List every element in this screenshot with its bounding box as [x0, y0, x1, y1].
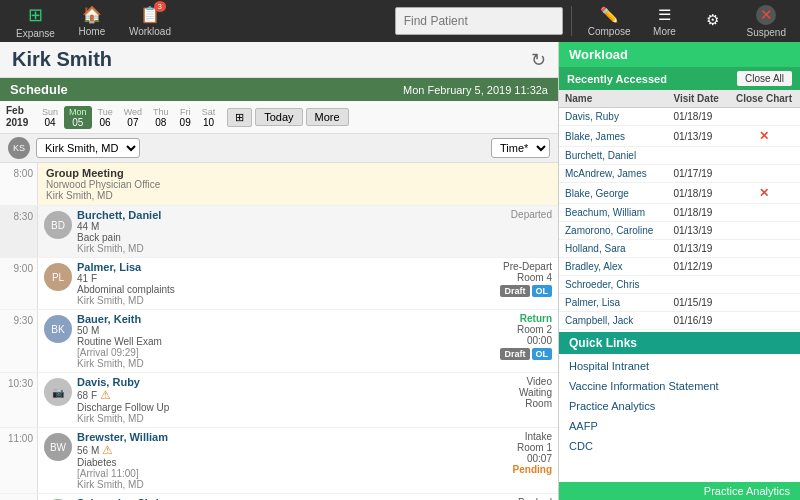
- close-chart-cell[interactable]: [728, 108, 800, 126]
- quicklink-item[interactable]: AAFP: [559, 416, 800, 436]
- cal-day-thu[interactable]: Thu08: [148, 106, 174, 129]
- appt-detail-burchett: 44 M: [77, 221, 477, 232]
- patient-name-link[interactable]: Holland, Sara: [559, 240, 667, 258]
- patient-name-link[interactable]: Blake, James: [559, 126, 667, 147]
- appt-complaint-burchett: Back pain: [77, 232, 477, 243]
- patient-name-link[interactable]: McAndrew, James: [559, 165, 667, 183]
- provider-select[interactable]: Kirk Smith, MD: [36, 138, 140, 158]
- quicklink-item[interactable]: Practice Analytics: [559, 396, 800, 416]
- schedule-title-bar: Schedule Mon February 5, 2019 11:32a: [0, 78, 558, 101]
- cal-month: Feb2019: [6, 105, 34, 129]
- cal-day-wed[interactable]: Wed07: [119, 106, 147, 129]
- close-all-button[interactable]: Close All: [737, 71, 792, 86]
- recently-accessed-row: Davis, Ruby 01/18/19: [559, 108, 800, 126]
- group-meeting-sub1: Norwood Physician Office: [46, 179, 550, 190]
- timeslot-830: 8:30 BD Burchett, Daniel 44 M Back pain …: [0, 206, 558, 258]
- timeslot-800: 8:00 Group Meeting Norwood Physician Off…: [0, 163, 558, 206]
- recently-accessed-header: Recently Accessed Close All: [559, 67, 800, 90]
- cal-view-button[interactable]: ⊞: [227, 108, 252, 127]
- patient-name-link[interactable]: Davis, Ruby: [559, 108, 667, 126]
- patient-name-link[interactable]: Johnston, Alexandra: [559, 330, 667, 331]
- visit-date: 01/17/19: [667, 165, 728, 183]
- visit-date: 01/18/19: [667, 204, 728, 222]
- visit-date: 01/12/19: [667, 258, 728, 276]
- appt-provider-burchett: Kirk Smith, MD: [77, 243, 477, 254]
- close-chart-cell[interactable]: [728, 276, 800, 294]
- more-button[interactable]: ☰ More: [643, 2, 687, 41]
- badge-draft-palmer: Draft: [500, 285, 529, 297]
- patient-name-link[interactable]: Zamorono, Caroline: [559, 222, 667, 240]
- visit-date: 01/13/19: [667, 126, 728, 147]
- quicklink-item[interactable]: Vaccine Information Statement: [559, 376, 800, 396]
- recently-accessed-row: McAndrew, James 01/17/19: [559, 165, 800, 183]
- patient-name-link[interactable]: Blake, George: [559, 183, 667, 204]
- col-close-chart: Close Chart: [728, 90, 800, 108]
- close-chart-cell[interactable]: ✕: [728, 183, 800, 204]
- appt-name-bauer[interactable]: Bauer, Keith: [77, 313, 457, 325]
- cal-day-sat[interactable]: Sat10: [197, 106, 221, 129]
- visit-date: 01/13/19: [667, 222, 728, 240]
- close-chart-cell[interactable]: [728, 312, 800, 330]
- appt-name-brewster[interactable]: Brewster, William: [77, 431, 457, 443]
- appt-name-burchett[interactable]: Burchett, Daniel: [77, 209, 477, 221]
- appt-provider-palmer: Kirk Smith, MD: [77, 295, 457, 306]
- appt-name-palmer[interactable]: Palmer, Lisa: [77, 261, 457, 273]
- compose-button[interactable]: ✏️ Compose: [580, 2, 639, 41]
- patient-name-link[interactable]: Campbell, Jack: [559, 312, 667, 330]
- cal-day-sun[interactable]: Sun04: [37, 106, 63, 129]
- settings-button[interactable]: ⚙: [691, 7, 735, 35]
- appt-name-davis[interactable]: Davis, Ruby: [77, 376, 467, 388]
- suspend-button[interactable]: ✕ Suspend: [739, 1, 794, 42]
- close-chart-cell[interactable]: [728, 330, 800, 331]
- close-chart-cell[interactable]: [728, 204, 800, 222]
- close-chart-cell[interactable]: [728, 147, 800, 165]
- col-visit-date: Visit Date: [667, 90, 728, 108]
- visit-date: 01/16/19: [667, 312, 728, 330]
- appt-status-burchett: Departed: [482, 209, 552, 220]
- appt-complaint-brewster: Diabetes: [77, 457, 457, 468]
- appt-arrival-bauer: [Arrival 09:29]: [77, 347, 457, 358]
- patient-name: Kirk Smith: [12, 48, 112, 71]
- group-meeting-title: Group Meeting: [46, 167, 550, 179]
- visit-date: [667, 147, 728, 165]
- nav-expanse[interactable]: ⊞ Expanse: [6, 0, 65, 43]
- refresh-icon[interactable]: ↻: [531, 49, 546, 71]
- cal-day-fri[interactable]: Fri09: [175, 106, 196, 129]
- cal-day-mon[interactable]: Mon05: [64, 106, 92, 129]
- patient-name-link[interactable]: Burchett, Daniel: [559, 147, 667, 165]
- time-select[interactable]: Time*: [491, 138, 550, 158]
- group-meeting-sub2: Kirk Smith, MD: [46, 190, 550, 201]
- schedule-title: Schedule: [10, 82, 68, 97]
- patient-name-link[interactable]: Bradley, Alex: [559, 258, 667, 276]
- visit-date: 01/15/19: [667, 294, 728, 312]
- quicklink-item[interactable]: Hospital Intranet: [559, 356, 800, 376]
- patient-name-link[interactable]: Palmer, Lisa: [559, 294, 667, 312]
- warn-icon-brewster: ⚠: [102, 443, 113, 457]
- appt-provider-brewster: Kirk Smith, MD: [77, 479, 457, 490]
- schedule-date: Mon February 5, 2019 11:32a: [403, 84, 548, 96]
- quicklink-item[interactable]: CDC: [559, 436, 800, 456]
- close-chart-cell[interactable]: [728, 258, 800, 276]
- close-chart-cell[interactable]: [728, 165, 800, 183]
- close-chart-cell[interactable]: ✕: [728, 126, 800, 147]
- appt-avatar-burchett: BD: [44, 211, 72, 239]
- timeslot-930: 9:30 BK Bauer, Keith 50 M Routine Well E…: [0, 310, 558, 373]
- close-chart-cell[interactable]: [728, 222, 800, 240]
- cal-day-tue[interactable]: Tue06: [93, 106, 118, 129]
- close-chart-cell[interactable]: [728, 294, 800, 312]
- nav-workload[interactable]: 📋 3 Workload: [119, 1, 181, 41]
- visit-date: [667, 276, 728, 294]
- find-patient-input[interactable]: [404, 14, 554, 28]
- timeslot-900: 9:00 PL Palmer, Lisa 41 F Abdominal comp…: [0, 258, 558, 310]
- recently-accessed-row: Blake, George 01/18/19 ✕: [559, 183, 800, 204]
- close-chart-cell[interactable]: [728, 240, 800, 258]
- nav-home[interactable]: 🏠 Home: [67, 1, 117, 41]
- more-schedule-button[interactable]: More: [306, 108, 349, 126]
- patient-name-link[interactable]: Schroeder, Chris: [559, 276, 667, 294]
- visit-date: 01/13/19: [667, 240, 728, 258]
- appt-complaint-davis: Discharge Follow Up: [77, 402, 467, 413]
- today-button[interactable]: Today: [255, 108, 302, 126]
- recently-accessed-row: Zamorono, Caroline 01/13/19: [559, 222, 800, 240]
- recently-accessed-row: Campbell, Jack 01/16/19: [559, 312, 800, 330]
- patient-name-link[interactable]: Beachum, William: [559, 204, 667, 222]
